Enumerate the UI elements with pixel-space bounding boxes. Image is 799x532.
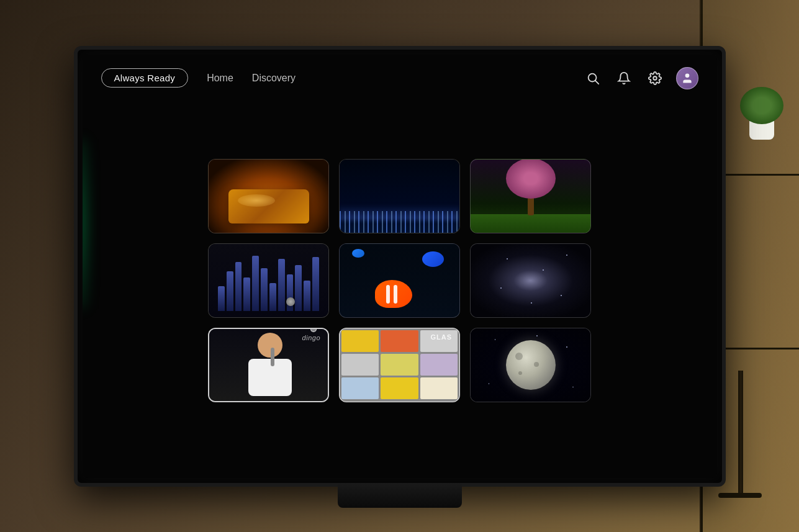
grid-row-3: dingo: [120, 328, 680, 402]
notifications-icon[interactable]: [614, 68, 634, 88]
tv-screen: Always Ready Home Discovery: [83, 55, 717, 478]
television: Always Ready Home Discovery: [74, 46, 726, 487]
card-fish[interactable]: [339, 243, 460, 318]
grid-row-1: [120, 159, 680, 233]
bar-12: [312, 257, 319, 310]
dingo-watermark: dingo: [302, 334, 320, 341]
crater-2: [534, 362, 539, 367]
singer-mic: [271, 348, 274, 366]
particle-1: [507, 258, 508, 259]
glas-watermark: GLAS: [430, 333, 452, 341]
particle-6: [531, 302, 532, 304]
particle-2: [543, 269, 544, 271]
singer-thumbnail: dingo: [209, 329, 328, 401]
card-corner-indicator: [310, 328, 317, 332]
glas-cell-1: [341, 330, 379, 352]
fish-blue: [422, 251, 444, 267]
bar-4: [243, 277, 250, 311]
food-shine: [238, 194, 275, 207]
glas-cell-4: [341, 354, 379, 376]
particle-3: [500, 287, 502, 289]
nav-right: [583, 67, 698, 89]
bar-10: [295, 265, 302, 311]
particle-4: [561, 295, 562, 296]
settings-icon[interactable]: [645, 68, 665, 88]
city-thumbnail: [340, 160, 459, 233]
moon-thumbnail: [471, 328, 590, 402]
stand-base: [718, 493, 762, 498]
bar-7: [269, 283, 276, 310]
search-icon[interactable]: [583, 68, 603, 88]
card-bars[interactable]: [208, 243, 329, 318]
glas-cell-6: [420, 354, 458, 376]
card-city[interactable]: [339, 159, 460, 233]
glas-cell-7: [341, 377, 379, 399]
card-moon[interactable]: [470, 328, 591, 402]
plant-leaves: [740, 87, 783, 124]
card-glas[interactable]: GLAS: [339, 328, 460, 402]
card-tree[interactable]: [470, 159, 591, 233]
fish-clown: [375, 280, 412, 308]
bar-2: [227, 271, 233, 311]
card-food[interactable]: [208, 159, 329, 233]
glas-cell-8: [381, 377, 418, 399]
particles-thumbnail: [471, 244, 590, 317]
crater-3: [518, 371, 522, 375]
bar-11: [304, 281, 310, 311]
tree-ground: [471, 214, 590, 233]
stand-pole: [738, 371, 743, 495]
particle-5: [566, 255, 567, 256]
fish-thumbnail: [340, 244, 459, 317]
bar-6: [261, 268, 268, 311]
bars-thumbnail: [209, 244, 328, 317]
star-3: [489, 383, 490, 384]
city-lights: [340, 211, 459, 233]
content-grid: dingo: [83, 89, 717, 478]
bar-1: [218, 286, 225, 310]
food-thumbnail: [209, 160, 328, 233]
nav-left: Always Ready Home Discovery: [101, 68, 296, 88]
bars-ball: [286, 297, 295, 306]
glas-cell-5: [381, 354, 418, 376]
plant-decoration: [737, 87, 787, 143]
card-singer[interactable]: dingo: [208, 328, 329, 402]
bar-3: [235, 262, 242, 310]
glas-cell-9: [420, 377, 458, 399]
always-ready-button[interactable]: Always Ready: [101, 68, 189, 88]
fish-small: [352, 249, 364, 258]
moon-circle: [506, 340, 556, 390]
glas-cell-2: [381, 330, 418, 352]
star-1: [495, 339, 496, 340]
crater-1: [515, 353, 523, 360]
card-particles[interactable]: [470, 243, 591, 318]
tree-thumbnail: [471, 160, 590, 233]
singer-body: [248, 359, 292, 396]
food-pastry: [228, 189, 309, 223]
svg-point-2: [653, 76, 657, 80]
bar-8: [278, 259, 285, 310]
discovery-nav-link[interactable]: Discovery: [252, 73, 296, 84]
fish-stripe-2: [394, 285, 397, 304]
tv-stand: [338, 483, 462, 508]
svg-line-1: [595, 81, 598, 84]
star-2: [566, 346, 567, 348]
star-5: [536, 335, 538, 336]
star-4: [572, 387, 574, 388]
fish-stripe-1: [386, 285, 390, 304]
singer-person: [239, 333, 301, 401]
nav-bar: Always Ready Home Discovery: [83, 55, 717, 89]
home-nav-link[interactable]: Home: [207, 73, 233, 84]
bar-5: [252, 256, 259, 310]
svg-point-3: [685, 73, 689, 78]
grid-row-2: [120, 243, 680, 318]
singer-head: [258, 333, 282, 358]
avatar[interactable]: [676, 67, 698, 89]
tree-blossom: [506, 160, 556, 199]
